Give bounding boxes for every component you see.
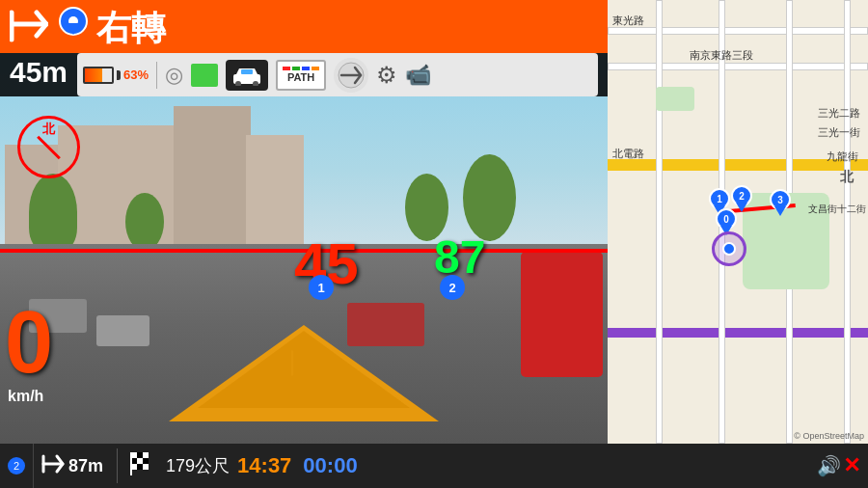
svg-rect-31	[137, 464, 143, 470]
bottom-elapsed-label: 00:00	[303, 453, 357, 478]
svg-rect-28	[137, 458, 143, 464]
bottom-bar: 2 87m 179公尺 14:37 00:00 🔊 ✕	[0, 444, 868, 488]
bottom-turn-section: 87m	[34, 452, 111, 479]
battery-body	[83, 67, 114, 84]
waypoint-badge-2: 2	[440, 275, 465, 300]
svg-text:2: 2	[739, 191, 745, 202]
bottom-distance-label: 179公尺	[166, 454, 230, 477]
map-view: 東光路 南京東路三段 三光二路 三光一街 九龍街 北電路 文昌街十二街 北 1 …	[608, 0, 868, 444]
turn-preview-icon	[338, 62, 365, 89]
green-box	[191, 64, 218, 87]
map-label-jiulong: 九龍街	[827, 149, 858, 164]
map-park-small	[656, 87, 694, 111]
tree-4	[463, 154, 516, 241]
svg-marker-14	[736, 203, 747, 212]
road-triangle	[169, 325, 439, 421]
path-color-orange	[312, 67, 319, 70]
osm-credit: © OpenStreetMap	[794, 431, 864, 441]
green-indicator-item[interactable]	[191, 58, 218, 93]
map-pin-3: 3	[770, 189, 791, 220]
bottom-next-dist: 87m	[68, 456, 103, 476]
settings-gear-icon: ⚙	[376, 62, 397, 89]
bottom-waypoint: 2	[0, 444, 34, 488]
camera-record-icon: 📹	[405, 63, 431, 88]
bottom-sep-1	[117, 448, 118, 483]
bottom-time-label: 14:37	[237, 453, 291, 478]
tree-1	[29, 174, 77, 251]
camera-item[interactable]: 📹	[405, 58, 431, 93]
map-label-bei: 北	[840, 169, 854, 186]
svg-text:1: 1	[717, 194, 722, 204]
direction-bg	[0, 0, 608, 53]
path-color-red	[283, 67, 290, 70]
distance-text: 45m	[10, 56, 68, 89]
battery-toolbar-item[interactable]: 63%	[83, 58, 149, 93]
scene-car-2	[96, 315, 149, 346]
volume-icon[interactable]: 🔊	[817, 454, 841, 477]
svg-rect-25	[137, 452, 143, 458]
svg-rect-32	[143, 464, 149, 470]
waypoint-badge-1: 1	[309, 275, 334, 300]
bottom-turn-arrow-icon	[41, 452, 65, 479]
direction-text: 右轉	[96, 5, 166, 52]
map-label-sanguang2: 三光二路	[818, 106, 860, 121]
path-color-green	[292, 67, 300, 70]
map-position-dot	[722, 242, 736, 256]
gps-icon	[58, 6, 89, 48]
map-road-nanjing	[608, 63, 868, 70]
speed-limit-2: 87	[434, 230, 485, 284]
bottom-flag-section	[123, 450, 162, 481]
svg-text:3: 3	[777, 195, 783, 205]
speed-unit: km/h	[8, 388, 43, 405]
path-label: PATH	[287, 71, 314, 83]
map-road-dongguang	[608, 27, 868, 35]
compass-north-label: 北	[42, 121, 55, 138]
compass-arrow	[37, 135, 61, 159]
path-button[interactable]: PATH	[276, 60, 326, 91]
svg-marker-17	[774, 206, 786, 216]
path-color-blue	[302, 67, 310, 70]
battery-percent: 63%	[123, 68, 149, 82]
bottom-wp-number: 2	[8, 457, 25, 474]
map-road-v1	[656, 0, 663, 444]
close-button[interactable]: ✕	[843, 453, 860, 478]
svg-rect-8	[241, 69, 253, 74]
scene-car-3	[521, 252, 603, 377]
map-label-beidian: 北電路	[612, 147, 644, 161]
direction-arrow-icon	[10, 5, 48, 56]
svg-rect-29	[143, 458, 149, 464]
car-icon	[230, 65, 264, 86]
turn-preview-item[interactable]	[334, 58, 368, 93]
map-road-v4	[844, 0, 851, 444]
map-label-wenchang: 文昌街十二街	[808, 203, 866, 216]
checkered-flag-icon	[129, 450, 156, 477]
map-label-nanjing: 南京東路三段	[690, 48, 753, 63]
map-label-dongguang: 東光路	[612, 14, 644, 28]
current-speed: 0	[5, 299, 53, 386]
compass: 北	[17, 116, 80, 178]
car-mode-item[interactable]	[226, 60, 268, 91]
path-colors	[283, 67, 319, 70]
signal-toolbar-item[interactable]: ◎	[165, 58, 183, 93]
header-bar: 右轉 45m 63% ◎	[0, 0, 608, 96]
svg-text:0: 0	[723, 214, 729, 225]
battery-fill	[85, 68, 102, 82]
battery-tip	[117, 70, 121, 80]
toolbar: 63% ◎	[77, 53, 598, 96]
settings-item[interactable]: ⚙	[376, 58, 397, 93]
map-road-purple-h	[608, 328, 868, 338]
tree-2	[125, 193, 164, 251]
map-label-sanguang1: 三光一街	[818, 125, 860, 140]
svg-rect-26	[143, 452, 149, 458]
